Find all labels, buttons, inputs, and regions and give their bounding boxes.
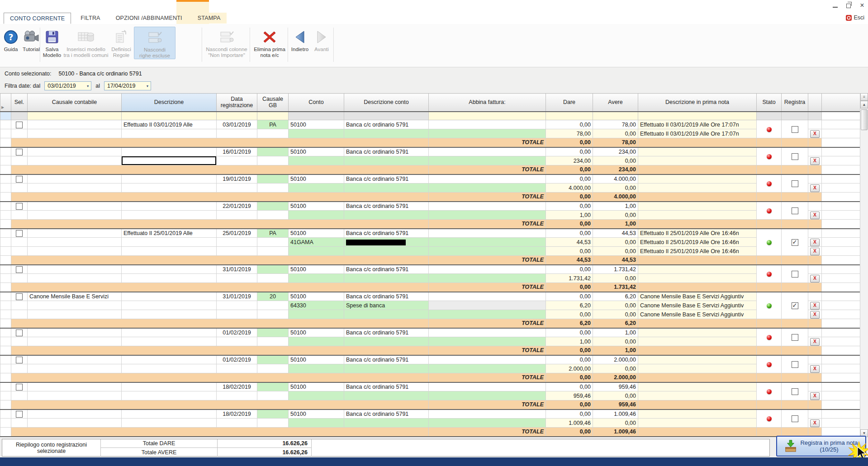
scrollbar-menu-button[interactable]: ≡ [860,93,868,101]
delete-row-button[interactable]: X [810,275,820,282]
filter-cell-data[interactable] [217,112,257,120]
delete-row-button[interactable]: X [810,157,820,165]
filter-cell-dare[interactable] [546,112,593,120]
cell-abbina-fattura[interactable] [429,247,546,256]
filter-cell-conto[interactable] [289,112,344,120]
row-select-checkbox[interactable] [16,266,23,273]
cell-abbina-fattura[interactable] [429,229,546,238]
scrollbar-thumb[interactable] [861,109,868,130]
cell-abbina-fattura[interactable] [429,310,546,319]
selected-cell[interactable] [122,156,217,165]
filter-cell-sel[interactable] [11,112,28,120]
column-header-abbina[interactable]: Abbina fattura: [429,94,546,112]
registra-checkbox[interactable] [792,239,798,246]
delete-row-button[interactable]: X [810,302,820,310]
date-from-input[interactable]: 03/01/2019 ▼ [44,81,91,90]
column-header-conto[interactable]: Conto [289,94,344,112]
scroll-up-arrow[interactable]: ▲ [860,101,868,108]
cell-abbina-fattura[interactable] [429,292,546,301]
registra-checkbox[interactable] [792,361,798,368]
column-header-sel[interactable]: Sel. [11,94,28,112]
column-header-reg[interactable]: Registra [782,94,808,112]
delete-row-button[interactable]: X [810,212,820,219]
chevron-down-icon[interactable]: ▼ [144,85,151,88]
toolbar-button-guida[interactable]: ?Guida [2,27,20,52]
exit-button[interactable]: Esci [846,14,864,21]
toolbar-button-tutorial[interactable]: Tutorial [21,27,42,52]
cell-abbina-fattura[interactable] [429,147,546,156]
registra-checkbox[interactable] [792,180,798,187]
vertical-scrollbar[interactable]: ≡ ▲ ▼ [860,93,868,438]
delete-row-button[interactable]: X [810,311,820,319]
column-header-cdesc[interactable]: Descrizione conto [344,94,429,112]
filter-cell-avere[interactable] [593,112,638,120]
column-header-nota[interactable]: Descrizione in prima nota [638,94,757,112]
column-header-dare[interactable]: Dare [546,94,593,112]
filter-cell-causale[interactable] [28,112,122,120]
registra-in-prima-nota-button[interactable]: Registra in prima nota (10/25) [776,436,866,457]
delete-row-button[interactable]: X [810,239,820,246]
delete-row-button[interactable]: X [810,338,820,346]
cell-abbina-fattura[interactable] [429,265,546,274]
cell-abbina-fattura[interactable] [429,391,546,400]
row-select-checkbox[interactable] [16,149,23,155]
cell-abbina-fattura[interactable] [429,174,546,184]
cell-abbina-fattura[interactable] [429,328,546,337]
date-to-input[interactable]: 17/04/2019 ▼ [104,81,151,90]
filter-cell-descr[interactable] [122,112,217,120]
delete-row-button[interactable]: X [810,392,820,400]
filter-cell-nota[interactable] [638,112,757,120]
row-select-checkbox[interactable] [16,357,23,363]
tab-stampa[interactable]: STAMPA [192,13,227,24]
filter-cell-abbina[interactable] [429,112,546,120]
cell-abbina-fattura[interactable] [429,238,546,247]
delete-row-button[interactable]: X [810,184,820,192]
filter-cell-fill[interactable] [822,112,860,120]
row-select-checkbox[interactable] [16,293,23,300]
tab-opzioni-abbinamenti[interactable]: OPZIONI /ABBINAMENTI [110,13,188,24]
row-select-checkbox[interactable] [16,122,23,128]
column-header-stato[interactable]: Stato [757,94,782,112]
delete-row-button[interactable]: X [810,130,820,138]
cell-abbina-fattura[interactable] [429,419,546,428]
cell-abbina-fattura[interactable] [429,301,546,310]
filter-cell-reg[interactable] [782,112,808,120]
row-select-checkbox[interactable] [16,176,23,183]
filter-cell-x[interactable] [808,112,822,120]
cell-abbina-fattura[interactable] [429,355,546,364]
registra-checkbox[interactable] [792,334,798,341]
column-header-x[interactable] [808,94,822,112]
column-header-fill[interactable] [822,94,860,112]
column-header-gb[interactable]: Causale GB [257,94,289,112]
row-select-checkbox[interactable] [16,230,23,237]
row-select-checkbox[interactable] [16,203,23,210]
restore-button[interactable] [845,2,852,9]
toolbar-button-elimina[interactable]: Elimina primanota e/c [251,27,288,58]
cell-abbina-fattura[interactable] [429,120,546,129]
tab-filtra[interactable]: FILTRA [75,13,106,24]
row-select-checkbox[interactable] [16,384,23,391]
column-header-data[interactable]: Data registrazione [217,94,257,112]
chevron-down-icon[interactable]: ▼ [85,85,91,88]
registra-checkbox[interactable] [792,415,798,422]
delete-row-button[interactable]: X [810,248,820,255]
toolbar-button-indietro[interactable]: Indietro [289,27,310,52]
cell-abbina-fattura[interactable] [429,202,546,211]
row-select-checkbox[interactable] [16,329,23,336]
registra-checkbox[interactable] [792,153,798,160]
filter-cell-ind[interactable] [0,112,11,120]
cell-abbina-fattura[interactable] [429,382,546,391]
filter-cell-cdesc[interactable] [344,112,429,120]
row-select-checkbox[interactable] [16,411,23,418]
registra-checkbox[interactable] [792,302,798,309]
cell-abbina-fattura[interactable] [429,337,546,346]
registra-checkbox[interactable] [792,207,798,214]
registra-checkbox[interactable] [792,126,798,133]
column-header-causale[interactable]: Causale contabile [28,94,122,112]
minimize-button[interactable] [832,2,838,9]
delete-row-button[interactable]: X [810,419,820,427]
cell-abbina-fattura[interactable] [429,410,546,419]
column-header-avere[interactable]: Avere [593,94,638,112]
tab-conto-corrente[interactable]: CONTO CORRENTE [4,13,71,24]
cell-abbina-fattura[interactable] [429,364,546,373]
